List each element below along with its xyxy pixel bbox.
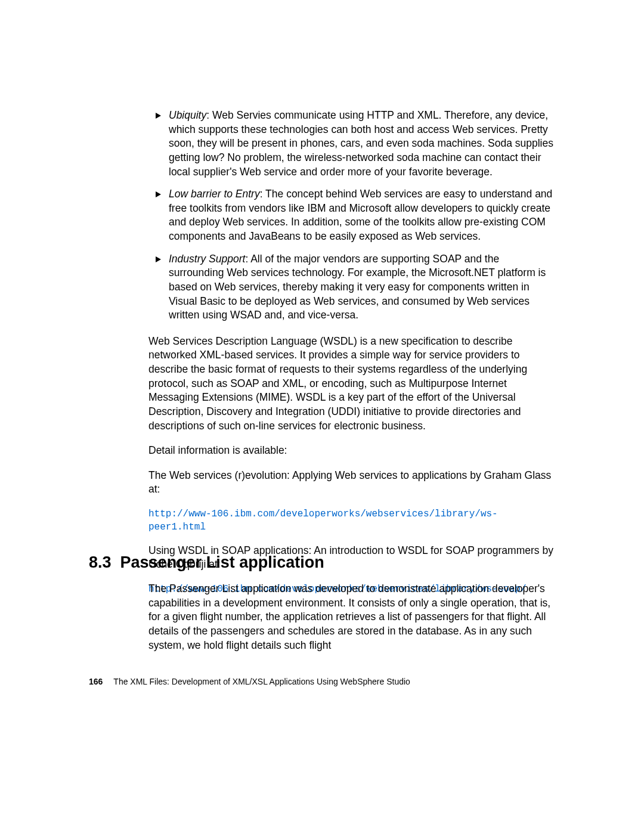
footer-title: The XML Files: Development of XML/XSL Ap…: [113, 677, 410, 686]
body-content: Ubiquity: Web Servies communicate using …: [148, 109, 554, 605]
wsdl-paragraph: Web Services Description Language (WSDL)…: [148, 335, 554, 433]
triangle-bullet-icon: [156, 256, 161, 262]
section-heading: 8.3 Passenger List application: [89, 553, 324, 572]
link-ws-peer[interactable]: http://www-106.ibm.com/developerworks/we…: [148, 507, 554, 534]
page-number: 166: [89, 677, 103, 686]
list-item: Low barrier to Entry: The concept behind…: [148, 187, 554, 244]
list-item: Ubiquity: Web Servies communicate using …: [148, 109, 554, 179]
detail-paragraph: Detail information is available:: [148, 444, 554, 458]
revolution-paragraph: The Web services (r)evolution: Applying …: [148, 469, 554, 497]
section-number: 8.3: [89, 553, 112, 571]
page-footer: 166The XML Files: Development of XML/XSL…: [89, 677, 410, 686]
bullet-text: : Web Servies communicate using HTTP and…: [169, 109, 553, 178]
list-item: Industry Support: All of the major vendo…: [148, 252, 554, 323]
triangle-bullet-icon: [156, 113, 161, 119]
section-body: The Passenger List application was devel…: [148, 582, 554, 652]
section-title: Passenger List application: [120, 553, 324, 571]
term: Industry Support: [169, 253, 245, 265]
term: Low barrier to Entry: [169, 188, 260, 200]
triangle-bullet-icon: [156, 191, 161, 197]
term: Ubiquity: [169, 109, 206, 121]
bullet-list: Ubiquity: Web Servies communicate using …: [148, 109, 554, 323]
